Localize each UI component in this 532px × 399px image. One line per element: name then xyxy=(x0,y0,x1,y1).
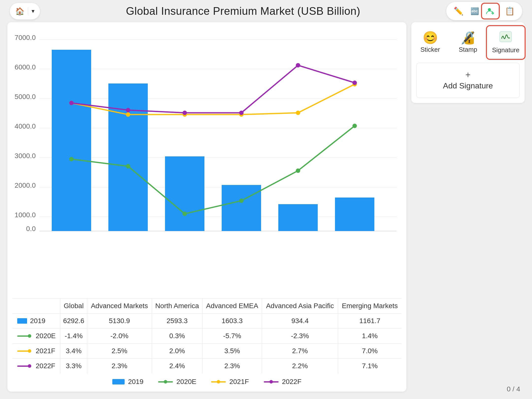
legend-dot-2020e xyxy=(164,380,167,383)
main-content: 7000.0 6000.0 5000.0 4000.0 3000.0 2000.… xyxy=(0,22,532,399)
cell-2020e-north-america: 0.3% xyxy=(152,329,202,344)
sticker-tool[interactable]: 😊 Sticker xyxy=(411,26,449,59)
cell-2022f-emerging: 7.1% xyxy=(338,359,401,374)
dot-2022f-3 xyxy=(183,111,187,115)
row-label-text-2020e: 2020E xyxy=(36,332,56,340)
row-label-2022f: 2022F xyxy=(17,362,58,370)
legend-item-2020e: 2020E xyxy=(158,378,196,386)
legend-item-2019: 2019 xyxy=(112,378,143,386)
cell-2022f-north-america: 2.4% xyxy=(152,359,202,374)
bar-advanced-markets xyxy=(108,83,148,231)
col-header-north-america: North America xyxy=(152,299,202,314)
cell-2019-emerging: 1161.7 xyxy=(338,314,401,329)
svg-text:Advanced: Advanced xyxy=(226,231,257,232)
page-title: Global Insurance Premium Market (USB Bil… xyxy=(126,5,360,17)
svg-text:0.0: 0.0 xyxy=(26,225,36,232)
row-label-2020e: 2020E xyxy=(17,332,58,340)
cell-2021f-adv-emea: 3.5% xyxy=(202,344,262,359)
chart-svg: 7000.0 6000.0 5000.0 4000.0 3000.0 2000.… xyxy=(12,30,401,232)
cell-2020e-emerging: 1.4% xyxy=(338,329,401,344)
row-label-text-2022f: 2022F xyxy=(36,362,55,370)
cell-2021f-emerging: 7.0% xyxy=(338,344,401,359)
page-counter: 0 / 4 xyxy=(507,385,520,393)
bar-legend-2019 xyxy=(17,318,27,324)
annotation-tool-button[interactable] xyxy=(482,4,498,18)
bottom-legend: 2019 2020E 2021F xyxy=(12,373,401,387)
svg-text:6000.0: 6000.0 xyxy=(15,63,36,71)
svg-text:Emerging: Emerging xyxy=(340,231,369,232)
svg-text:7000.0: 7000.0 xyxy=(15,34,36,41)
pencil-tool-button[interactable]: ✏️ xyxy=(450,4,467,18)
col-header-label xyxy=(12,299,60,314)
legend-label-2020e: 2020E xyxy=(176,378,196,386)
cell-2019-adv-markets: 5130.9 xyxy=(87,314,152,329)
cell-2019-adv-emea: 1603.3 xyxy=(202,314,262,329)
top-bar: 🏠 ▾ Global Insurance Premium Market (USB… xyxy=(0,0,532,22)
dot-2022f-2 xyxy=(126,108,130,112)
home-button[interactable]: 🏠 xyxy=(13,5,27,17)
stamp-label: Stamp xyxy=(459,46,477,53)
stamp-icon: 🔏 xyxy=(460,32,476,44)
table-row: 2021F 3.4% 2.5% 2.0% 3.5% 2.7% 7.0% xyxy=(12,344,401,359)
table-row: 2022F 3.3% 2.3% 2.4% 2.3% 2.2% 7.1% xyxy=(12,359,401,374)
sticker-label: Sticker xyxy=(420,46,440,53)
dropdown-button[interactable]: ▾ xyxy=(29,6,37,17)
dot-2021f-5 xyxy=(296,111,300,115)
cell-2021f-global: 3.4% xyxy=(60,344,87,359)
dot-2020e-3 xyxy=(183,212,187,216)
dot-2022f-4 xyxy=(239,111,244,115)
legend-label-2019: 2019 xyxy=(128,378,143,386)
row-label-text-2019: 2019 xyxy=(30,317,45,325)
right-panel: 😊 Sticker 🔏 Stamp Signatur xyxy=(411,22,525,392)
annotation-tools: 😊 Sticker 🔏 Stamp Signatur xyxy=(411,22,525,63)
col-header-adv-asia: Advanced Asia Pacific xyxy=(262,299,338,314)
toolbar-right: ✏️ 🔤 📋 xyxy=(446,2,522,20)
legend-label-2021f: 2021F xyxy=(229,378,249,386)
signature-label: Signature xyxy=(492,46,519,54)
signature-tool[interactable]: Signature xyxy=(487,26,525,59)
cell-2022f-global: 3.3% xyxy=(60,359,87,374)
cell-2020e-global: -1.4% xyxy=(60,329,87,344)
dot-2021f-2 xyxy=(126,112,130,117)
dot-2020e-5 xyxy=(296,168,300,173)
col-header-adv-emea: Advanced EMEA xyxy=(202,299,262,314)
bar-north-america xyxy=(165,156,204,231)
add-signature-plus-icon: + xyxy=(465,70,470,79)
svg-point-0 xyxy=(488,8,491,11)
annotation-tools-card: 😊 Sticker 🔏 Stamp Signatur xyxy=(411,22,525,103)
dot-2022f-5 xyxy=(296,63,300,67)
tool-divider xyxy=(500,6,500,16)
add-signature-button[interactable]: + Add Signature xyxy=(416,63,520,98)
table-row: 2020E -1.4% -2.0% 0.3% -5.7% -2.3% 1.4% xyxy=(12,329,401,344)
svg-text:Advanced: Advanced xyxy=(113,231,144,232)
col-header-global: Global xyxy=(60,299,87,314)
chart-container: 7000.0 6000.0 5000.0 4000.0 3000.0 2000.… xyxy=(7,22,406,392)
sticker-icon: 😊 xyxy=(423,32,438,44)
cell-2021f-adv-asia: 2.7% xyxy=(262,344,338,359)
stamp-tool[interactable]: 🔏 Stamp xyxy=(449,26,487,59)
dot-legend-2020e xyxy=(28,334,31,338)
nav-divider xyxy=(28,7,28,15)
col-header-adv-markets: Advanced Markets xyxy=(87,299,152,314)
legend-bar-2019 xyxy=(112,379,125,384)
dot-2020e-2 xyxy=(126,164,130,168)
cell-2020e-adv-asia: -2.3% xyxy=(262,329,338,344)
col-header-emerging: Emerging Markets xyxy=(338,299,401,314)
translate-tool-button[interactable]: 🔤 xyxy=(467,5,482,18)
row-label-2019: 2019 xyxy=(17,317,58,325)
cell-2022f-adv-emea: 2.3% xyxy=(202,359,262,374)
cell-2019-north-america: 2593.3 xyxy=(152,314,202,329)
cell-2020e-adv-markets: -2.0% xyxy=(87,329,152,344)
dot-2020e-1 xyxy=(69,157,74,161)
svg-text:2000.0: 2000.0 xyxy=(15,182,36,189)
legend-line-2022f-container xyxy=(264,379,279,384)
bar-advanced-asia-pacific xyxy=(278,204,318,231)
bar-global xyxy=(52,50,91,231)
legend-dot-2022f xyxy=(269,380,273,383)
dot-legend-2022f xyxy=(28,364,31,368)
legend-line-2021f-container xyxy=(211,379,226,384)
copy-tool-button[interactable]: 📋 xyxy=(501,4,518,18)
chart-svg-area: 7000.0 6000.0 5000.0 4000.0 3000.0 2000.… xyxy=(12,30,401,296)
add-signature-text: Add Signature xyxy=(443,81,493,90)
bar-advanced-emea xyxy=(222,185,261,231)
